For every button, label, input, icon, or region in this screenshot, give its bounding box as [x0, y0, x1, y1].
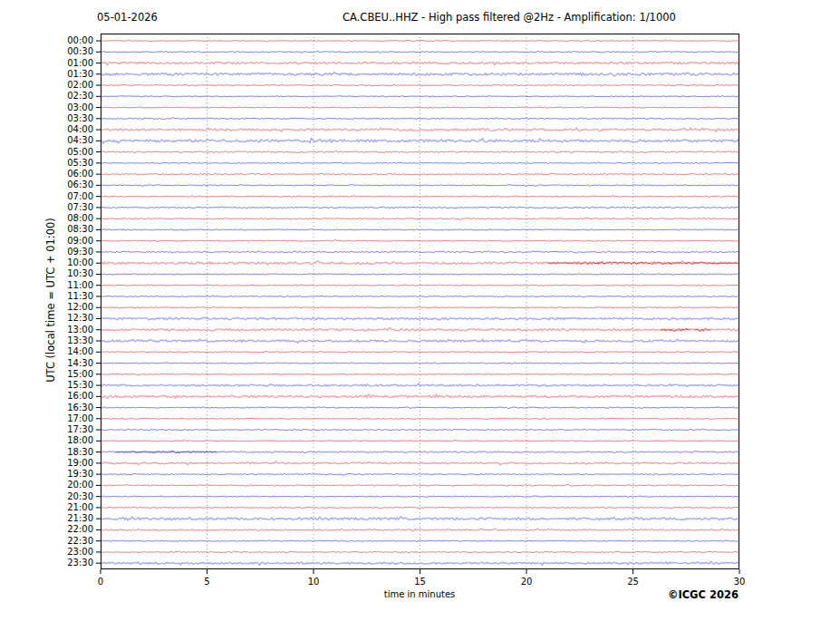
y-tick-label: 17:30 — [52, 424, 93, 435]
date-label: 05-01-2026 — [97, 11, 158, 24]
y-tick-label: 20:30 — [52, 491, 93, 502]
x-axis-title: time in minutes — [384, 589, 456, 599]
y-tick-label: 22:30 — [52, 536, 93, 547]
seismo-trace-row — [101, 150, 739, 152]
seismo-trace-row — [101, 507, 739, 509]
seismo-trace-row — [101, 561, 739, 565]
y-tick-label: 01:00 — [52, 58, 93, 69]
x-tick-label: 5 — [204, 577, 209, 587]
x-tick-label: 20 — [521, 577, 533, 587]
y-tick-label: 14:00 — [52, 346, 93, 357]
credit-label: ©ICGC 2026 — [668, 588, 739, 601]
seismogram-plot-area — [101, 34, 739, 569]
seismo-trace-row — [101, 551, 739, 553]
y-tick-label: 16:30 — [52, 403, 93, 413]
y-tick-label: 11:30 — [52, 291, 93, 302]
y-tick-label: 05:00 — [52, 147, 93, 158]
seismo-trace-row — [101, 517, 739, 520]
x-tick-label: 15 — [414, 577, 426, 587]
seismo-trace-row — [101, 73, 739, 76]
y-tick-label: 06:00 — [52, 169, 93, 180]
y-tick-label: 13:00 — [52, 325, 93, 335]
y-tick-label: 09:30 — [52, 247, 93, 257]
y-tick-label: 12:30 — [52, 313, 93, 324]
y-tick-label: 02:00 — [52, 80, 93, 91]
y-tick-label: 08:30 — [52, 224, 93, 235]
seismo-trace-row — [101, 162, 739, 164]
y-tick-label: 15:00 — [52, 369, 93, 380]
seismo-trace-row — [101, 394, 739, 398]
y-tick-label: 07:00 — [52, 191, 93, 202]
seismo-trace-row — [101, 540, 739, 541]
y-tick-label: 01:30 — [52, 69, 93, 80]
seismo-trace-row — [101, 317, 739, 319]
y-tick-label: 20:00 — [52, 480, 93, 490]
seismo-trace-row — [101, 173, 739, 175]
seismo-trace-row — [101, 207, 739, 209]
seismo-trace-row — [101, 107, 739, 108]
y-tick-label: 10:00 — [52, 257, 93, 268]
seismo-trace-row — [101, 62, 739, 65]
y-tick-label: 18:30 — [52, 447, 93, 458]
y-tick-label: 04:00 — [52, 124, 93, 135]
seismo-trace-row — [101, 328, 739, 331]
y-tick-label: 12:00 — [52, 302, 93, 313]
seismo-trace-row — [101, 261, 739, 265]
y-tick-label: 03:00 — [52, 102, 93, 113]
y-tick-label: 18:00 — [52, 435, 93, 446]
y-tick-label: 19:00 — [52, 458, 93, 469]
seismo-trace-row — [101, 484, 739, 486]
y-tick-label: 16:00 — [52, 391, 93, 402]
y-tick-label: 00:00 — [52, 35, 93, 46]
y-tick-label: 21:30 — [52, 513, 93, 524]
y-tick-label: 15:30 — [52, 380, 93, 391]
seismo-trace-row — [101, 296, 739, 297]
y-tick-label: 14:30 — [52, 358, 93, 369]
seismo-trace-row — [101, 196, 739, 198]
x-tick-label: 25 — [627, 577, 639, 587]
y-tick-label: 00:30 — [52, 46, 93, 57]
y-tick-label: 06:30 — [52, 180, 93, 190]
y-tick-label: 03:30 — [52, 113, 93, 124]
y-tick-label: 07:30 — [52, 202, 93, 213]
y-tick-label: 05:30 — [52, 158, 93, 169]
x-tick-label: 0 — [98, 577, 103, 587]
y-tick-label: 19:30 — [52, 469, 93, 480]
y-tick-label: 17:00 — [52, 413, 93, 424]
seismo-trace-row — [101, 306, 739, 308]
seismo-trace-row — [101, 374, 739, 374]
y-tick-label: 22:00 — [52, 524, 93, 535]
y-tick-label: 21:00 — [52, 502, 93, 513]
seismo-trace-row — [101, 285, 739, 286]
y-tick-label: 10:30 — [52, 268, 93, 279]
y-tick-label: 13:30 — [52, 335, 93, 346]
y-tick-label: 09:00 — [52, 236, 93, 247]
y-tick-label: 11:00 — [52, 280, 93, 291]
seismo-trace-row — [101, 274, 739, 276]
x-tick-label: 30 — [734, 577, 746, 587]
y-tick-label: 02:30 — [52, 91, 93, 102]
y-tick-label: 08:00 — [52, 213, 93, 224]
seismo-trace-row — [101, 240, 739, 242]
page-title: CA.CBEU..HHZ - High pass filtered @2Hz -… — [343, 11, 676, 24]
helicorder-figure: 05-01-2026 CA.CBEU..HHZ - High pass filt… — [0, 0, 840, 631]
seismogram-canvas — [101, 34, 739, 569]
x-tick-label: 10 — [308, 577, 320, 587]
seismo-trace-row — [101, 473, 739, 475]
y-tick-label: 23:00 — [52, 547, 93, 558]
y-tick-label: 04:30 — [52, 135, 93, 146]
seismo-trace-row — [101, 383, 739, 386]
y-tick-label: 23:30 — [52, 558, 93, 568]
seismo-trace-row — [101, 496, 739, 497]
